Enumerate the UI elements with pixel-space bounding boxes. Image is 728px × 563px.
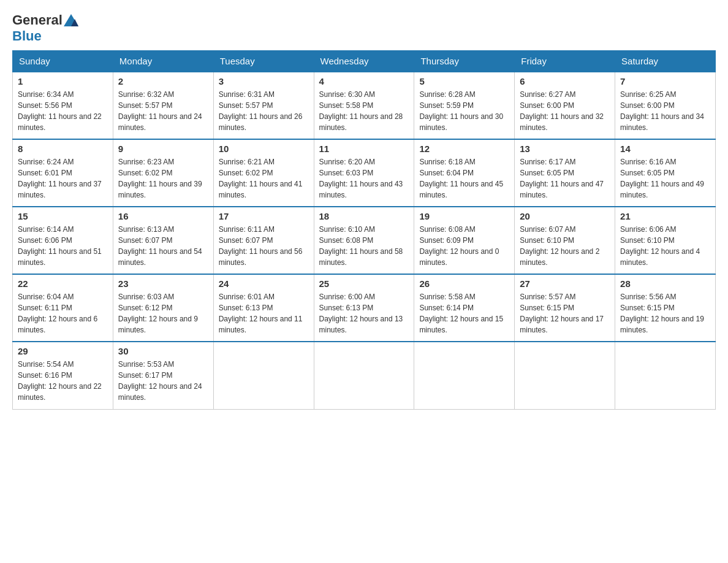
header-sunday: Sunday <box>13 51 113 72</box>
day-info: Sunrise: 5:54 AMSunset: 6:16 PMDaylight:… <box>18 359 108 403</box>
day-info: Sunrise: 6:25 AMSunset: 6:00 PMDaylight:… <box>620 89 710 133</box>
day-info: Sunrise: 6:03 AMSunset: 6:12 PMDaylight:… <box>118 291 208 335</box>
day-info: Sunrise: 5:57 AMSunset: 6:15 PMDaylight:… <box>520 291 610 335</box>
calendar-cell: 16Sunrise: 6:13 AMSunset: 6:07 PMDayligh… <box>113 207 213 274</box>
day-info: Sunrise: 5:53 AMSunset: 6:17 PMDaylight:… <box>118 359 208 403</box>
day-info: Sunrise: 5:56 AMSunset: 6:15 PMDaylight:… <box>620 291 710 335</box>
day-info: Sunrise: 6:00 AMSunset: 6:13 PMDaylight:… <box>319 291 409 335</box>
day-number: 26 <box>419 278 509 289</box>
day-number: 28 <box>620 278 710 289</box>
day-number: 8 <box>18 144 108 154</box>
calendar-cell: 13Sunrise: 6:17 AMSunset: 6:05 PMDayligh… <box>515 139 615 207</box>
calendar-cell: 28Sunrise: 5:56 AMSunset: 6:15 PMDayligh… <box>615 274 716 342</box>
calendar-cell: 30Sunrise: 5:53 AMSunset: 6:17 PMDayligh… <box>113 342 213 409</box>
day-number: 12 <box>419 144 509 154</box>
calendar-cell <box>515 342 615 409</box>
calendar-week-2: 8Sunrise: 6:24 AMSunset: 6:01 PMDaylight… <box>13 139 716 207</box>
header-saturday: Saturday <box>615 51 716 72</box>
day-info: Sunrise: 6:16 AMSunset: 6:05 PMDaylight:… <box>620 156 710 201</box>
calendar-cell: 15Sunrise: 6:14 AMSunset: 6:06 PMDayligh… <box>13 207 113 274</box>
day-number: 30 <box>118 346 208 356</box>
calendar-cell: 7Sunrise: 6:25 AMSunset: 6:00 PMDaylight… <box>615 72 716 139</box>
day-info: Sunrise: 6:07 AMSunset: 6:10 PMDaylight:… <box>520 224 610 268</box>
calendar-cell: 25Sunrise: 6:00 AMSunset: 6:13 PMDayligh… <box>314 274 414 342</box>
header-wednesday: Wednesday <box>314 51 414 72</box>
day-number: 6 <box>520 76 610 86</box>
calendar-cell <box>213 342 314 409</box>
calendar-week-5: 29Sunrise: 5:54 AMSunset: 6:16 PMDayligh… <box>13 342 716 409</box>
calendar-cell: 26Sunrise: 5:58 AMSunset: 6:14 PMDayligh… <box>414 274 515 342</box>
weekday-header-row: SundayMondayTuesdayWednesdayThursdayFrid… <box>13 51 716 72</box>
day-info: Sunrise: 6:11 AMSunset: 6:07 PMDaylight:… <box>219 224 309 268</box>
day-info: Sunrise: 5:58 AMSunset: 6:14 PMDaylight:… <box>419 291 509 335</box>
logo-triangle-icon <box>64 14 78 26</box>
day-info: Sunrise: 6:06 AMSunset: 6:10 PMDaylight:… <box>620 224 710 268</box>
day-info: Sunrise: 6:24 AMSunset: 6:01 PMDaylight:… <box>18 156 108 201</box>
day-info: Sunrise: 6:14 AMSunset: 6:06 PMDaylight:… <box>18 224 108 268</box>
calendar-cell: 10Sunrise: 6:21 AMSunset: 6:02 PMDayligh… <box>213 139 314 207</box>
calendar-cell <box>314 342 414 409</box>
day-number: 23 <box>118 278 208 289</box>
day-info: Sunrise: 6:17 AMSunset: 6:05 PMDaylight:… <box>520 156 610 201</box>
header-friday: Friday <box>515 51 615 72</box>
day-number: 4 <box>319 76 409 86</box>
day-number: 20 <box>520 211 610 221</box>
day-number: 18 <box>319 211 409 221</box>
logo: General Blue <box>12 12 78 44</box>
day-number: 25 <box>319 278 409 289</box>
day-number: 13 <box>520 144 610 154</box>
calendar-cell: 23Sunrise: 6:03 AMSunset: 6:12 PMDayligh… <box>113 274 213 342</box>
day-info: Sunrise: 6:20 AMSunset: 6:03 PMDaylight:… <box>319 156 409 201</box>
calendar-cell: 11Sunrise: 6:20 AMSunset: 6:03 PMDayligh… <box>314 139 414 207</box>
day-number: 16 <box>118 211 208 221</box>
day-number: 15 <box>18 211 108 221</box>
day-number: 10 <box>219 144 309 154</box>
calendar-cell: 6Sunrise: 6:27 AMSunset: 6:00 PMDaylight… <box>515 72 615 139</box>
day-number: 29 <box>18 346 108 356</box>
calendar-cell: 5Sunrise: 6:28 AMSunset: 5:59 PMDaylight… <box>414 72 515 139</box>
day-number: 11 <box>319 144 409 154</box>
day-number: 2 <box>118 76 208 86</box>
page-header: General Blue <box>12 12 716 44</box>
day-info: Sunrise: 6:18 AMSunset: 6:04 PMDaylight:… <box>419 156 509 201</box>
header-thursday: Thursday <box>414 51 515 72</box>
calendar-cell: 4Sunrise: 6:30 AMSunset: 5:58 PMDaylight… <box>314 72 414 139</box>
calendar-week-1: 1Sunrise: 6:34 AMSunset: 5:56 PMDaylight… <box>13 72 716 139</box>
calendar-cell: 8Sunrise: 6:24 AMSunset: 6:01 PMDaylight… <box>13 139 113 207</box>
day-number: 24 <box>219 278 309 289</box>
calendar-cell <box>615 342 716 409</box>
day-number: 27 <box>520 278 610 289</box>
day-info: Sunrise: 6:04 AMSunset: 6:11 PMDaylight:… <box>18 291 108 335</box>
day-number: 22 <box>18 278 108 289</box>
calendar-cell: 14Sunrise: 6:16 AMSunset: 6:05 PMDayligh… <box>615 139 716 207</box>
calendar-cell: 24Sunrise: 6:01 AMSunset: 6:13 PMDayligh… <box>213 274 314 342</box>
day-info: Sunrise: 6:21 AMSunset: 6:02 PMDaylight:… <box>219 156 309 201</box>
day-number: 5 <box>419 76 509 86</box>
calendar-cell: 1Sunrise: 6:34 AMSunset: 5:56 PMDaylight… <box>13 72 113 139</box>
day-number: 7 <box>620 76 710 86</box>
calendar-cell: 19Sunrise: 6:08 AMSunset: 6:09 PMDayligh… <box>414 207 515 274</box>
calendar-cell: 21Sunrise: 6:06 AMSunset: 6:10 PMDayligh… <box>615 207 716 274</box>
calendar-cell <box>414 342 515 409</box>
day-info: Sunrise: 6:30 AMSunset: 5:58 PMDaylight:… <box>319 89 409 133</box>
day-info: Sunrise: 6:34 AMSunset: 5:56 PMDaylight:… <box>18 89 108 133</box>
calendar-cell: 9Sunrise: 6:23 AMSunset: 6:02 PMDaylight… <box>113 139 213 207</box>
day-number: 21 <box>620 211 710 221</box>
day-number: 14 <box>620 144 710 154</box>
day-number: 3 <box>219 76 309 86</box>
header-monday: Monday <box>113 51 213 72</box>
day-info: Sunrise: 6:23 AMSunset: 6:02 PMDaylight:… <box>118 156 208 201</box>
calendar-cell: 29Sunrise: 5:54 AMSunset: 6:16 PMDayligh… <box>13 342 113 409</box>
calendar-cell: 22Sunrise: 6:04 AMSunset: 6:11 PMDayligh… <box>13 274 113 342</box>
logo-blue-text: Blue <box>12 28 42 44</box>
day-info: Sunrise: 6:08 AMSunset: 6:09 PMDaylight:… <box>419 224 509 268</box>
day-number: 17 <box>219 211 309 221</box>
calendar-week-4: 22Sunrise: 6:04 AMSunset: 6:11 PMDayligh… <box>13 274 716 342</box>
day-number: 9 <box>118 144 208 154</box>
calendar-cell: 12Sunrise: 6:18 AMSunset: 6:04 PMDayligh… <box>414 139 515 207</box>
calendar-cell: 27Sunrise: 5:57 AMSunset: 6:15 PMDayligh… <box>515 274 615 342</box>
day-number: 19 <box>419 211 509 221</box>
day-info: Sunrise: 6:32 AMSunset: 5:57 PMDaylight:… <box>118 89 208 133</box>
day-info: Sunrise: 6:27 AMSunset: 6:00 PMDaylight:… <box>520 89 610 133</box>
day-info: Sunrise: 6:28 AMSunset: 5:59 PMDaylight:… <box>419 89 509 133</box>
